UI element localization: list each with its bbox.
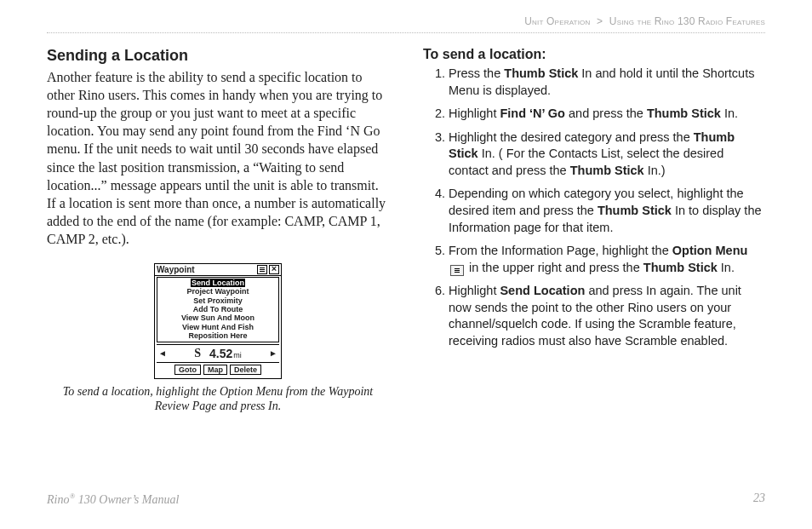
device-direction: S — [194, 347, 201, 360]
triangle-left-icon: ◄ — [158, 349, 167, 358]
step-5: From the Information Page, highlight the… — [449, 243, 765, 276]
figure: Waypoint Send Location Project Waypoint … — [47, 263, 389, 413]
procedure-heading: To send a location: — [423, 47, 765, 62]
breadcrumb-subsection: Using the Rino 130 Radio Features — [609, 15, 765, 27]
header-divider — [47, 32, 765, 33]
device-menu-item: Reposition Here — [188, 331, 247, 340]
breadcrumb-separator: > — [593, 15, 606, 27]
device-button-row: Goto Map Delete — [157, 365, 279, 377]
step-3: Highlight the desired category and press… — [449, 129, 765, 180]
device-menu-item: View Sun And Moon — [181, 313, 254, 322]
close-icon — [269, 265, 279, 274]
page-footer: Rino® 130 Owner’s Manual 23 — [47, 492, 765, 507]
breadcrumb-section: Unit Operation — [524, 15, 590, 27]
device-screenshot: Waypoint Send Location Project Waypoint … — [154, 263, 282, 378]
step-1: Press the Thumb Stick In and hold it unt… — [449, 66, 765, 99]
left-column: Sending a Location Another feature is th… — [47, 47, 389, 478]
section-paragraph: Another feature is the ability to send a… — [47, 68, 389, 248]
device-readout-row: ◄ S 4.52mi ► — [157, 344, 279, 363]
device-menu-item: Add To Route — [193, 305, 243, 313]
device-menu-item: Send Location — [191, 279, 245, 287]
triangle-right-icon: ► — [269, 349, 277, 358]
right-column: To send a location: Press the Thumb Stic… — [423, 47, 765, 478]
breadcrumb: Unit Operation > Using the Rino 130 Radi… — [524, 15, 765, 27]
device-goto-button: Goto — [174, 365, 201, 375]
device-distance: 4.52 — [209, 347, 232, 360]
step-4: Depending on which category you select, … — [449, 186, 765, 236]
device-menu-item: View Hunt And Fish — [182, 323, 254, 331]
device-distance-unit: mi — [233, 351, 242, 359]
option-menu-icon — [450, 265, 464, 276]
device-delete-button: Delete — [230, 365, 261, 375]
device-body: Send Location Project Waypoint Set Proxi… — [155, 276, 281, 377]
option-menu-icon — [257, 265, 267, 274]
device-menu-item: Project Waypoint — [186, 287, 249, 296]
section-heading: Sending a Location — [47, 47, 389, 65]
device-menu-item: Set Proximity — [193, 296, 243, 305]
device-menu: Send Location Project Waypoint Set Proxi… — [157, 277, 279, 342]
device-titlebar-buttons — [257, 265, 279, 274]
step-2: Highlight Find ‘N’ Go and press the Thum… — [449, 106, 765, 123]
procedure-list: Press the Thumb Stick In and hold it unt… — [423, 66, 765, 349]
footer-manual-title: Rino® 130 Owner’s Manual — [47, 492, 179, 507]
device-titlebar: Waypoint — [155, 264, 281, 276]
figure-caption: To send a location, highlight the Option… — [47, 384, 389, 414]
step-6: Highlight Send Location and press In aga… — [449, 283, 765, 349]
device-map-button: Map — [203, 365, 227, 375]
page-number: 23 — [753, 492, 765, 507]
device-title: Waypoint — [157, 265, 195, 274]
